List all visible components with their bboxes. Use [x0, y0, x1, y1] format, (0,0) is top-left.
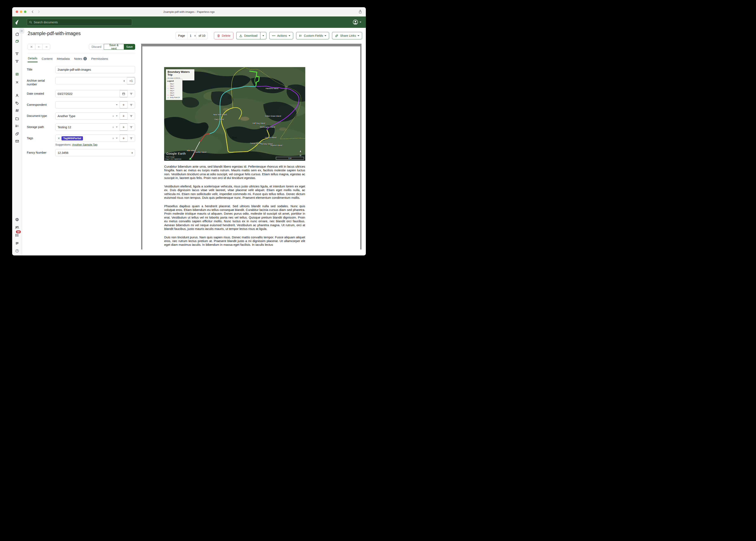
help-icon — [15, 249, 19, 253]
search-input[interactable] — [34, 21, 130, 24]
paperless-logo[interactable] — [12, 19, 22, 25]
tab-details[interactable]: Details — [28, 55, 38, 62]
save-and-next-button[interactable]: Save & next — [104, 44, 124, 50]
sidebar-item-documentation[interactable] — [12, 248, 22, 254]
page-number-field[interactable]: ▲▼ — [187, 32, 196, 39]
chevron-down-icon — [262, 35, 264, 36]
sidebar-item-storage-paths[interactable] — [12, 116, 22, 122]
user-menu-button[interactable] — [353, 19, 361, 25]
map-title-box: Boundary Waters Trip Six days in BWCA — [166, 69, 194, 80]
add-document-type-button[interactable]: + — [120, 112, 128, 120]
tasks-icon — [15, 233, 19, 237]
sidebar-item-logs[interactable] — [12, 240, 22, 247]
sidebar-item-saved-view-2[interactable] — [12, 58, 22, 64]
notes-count-badge: 1 — [83, 57, 87, 60]
map-label: Indian Grave Island — [265, 115, 281, 117]
chevron-down-icon — [116, 138, 118, 139]
tab-permissions[interactable]: Permissions — [91, 55, 108, 62]
sidebar-item-tags[interactable] — [12, 100, 22, 106]
page-number-input[interactable] — [190, 34, 194, 37]
add-correspondent-button[interactable]: + — [120, 101, 128, 109]
section-divider — [28, 53, 135, 53]
share-page-button[interactable] — [358, 10, 362, 14]
screenshot-stage: 2sample-pdf-with-images - Paperless-ngx — [0, 0, 378, 270]
fancy-number-input[interactable] — [58, 151, 131, 155]
asn-increment-button[interactable]: +1 — [127, 77, 135, 84]
filter-by-tag-button[interactable] — [127, 135, 135, 142]
sidebar-item-custom-fields[interactable] — [12, 123, 22, 129]
tab-notes[interactable]: Notes 1 — [74, 55, 87, 62]
filter-by-correspondent-button[interactable] — [127, 101, 135, 109]
sidebar-item-saved-view-1[interactable] — [12, 51, 22, 57]
details-form: Title Archive serial number ▲▼ +1 — [27, 66, 135, 160]
documents-icon — [15, 39, 19, 44]
chevron-down-icon — [325, 35, 326, 36]
sidebar-item-workflows[interactable] — [12, 131, 22, 137]
asn-field[interactable]: ▲▼ — [55, 77, 127, 84]
hash-icon — [15, 109, 19, 113]
download-button[interactable]: Download — [236, 32, 260, 39]
filter-icon — [130, 104, 133, 106]
date-created-field[interactable] — [55, 90, 120, 97]
clear-icon: × — [112, 137, 114, 140]
document-actions-bar: Page ▲▼ of 10 Delete Download — [176, 32, 362, 39]
fancy-number-stepper[interactable]: ▲▼ — [131, 152, 133, 154]
pdf-preview-pane[interactable]: Boundary Waters Trip Six days in BWCA Le… — [141, 44, 361, 250]
sidebar-collapse-button[interactable] — [19, 28, 24, 34]
title-field[interactable] — [55, 66, 135, 73]
save-button[interactable]: Save — [124, 44, 135, 50]
tags-select[interactable]: ✕ TagWithPartial × — [55, 135, 120, 142]
document-type-select[interactable]: Another Type × — [55, 112, 120, 120]
sidebar-item-documents[interactable] — [12, 38, 22, 45]
close-document-button[interactable] — [28, 44, 35, 50]
sidebar-item-mail[interactable] — [12, 138, 22, 144]
legend-item: ∴Day 3 — [167, 87, 181, 90]
sidebar-item-settings[interactable] — [12, 217, 22, 223]
close-icon — [30, 46, 33, 48]
filter-by-date-button[interactable] — [127, 90, 135, 97]
filter-icon — [130, 137, 133, 140]
home-icon — [15, 32, 19, 36]
sidebar-item-correspondents[interactable] — [12, 92, 22, 99]
sidebar-item-tasks[interactable]: 16 — [12, 232, 22, 238]
page-number-stepper[interactable]: ▲▼ — [194, 35, 196, 37]
date-created-input[interactable] — [58, 92, 118, 96]
tag-icon — [15, 101, 19, 105]
asn-input[interactable] — [58, 79, 123, 83]
tab-metadata[interactable]: Metadata — [57, 55, 70, 62]
previous-document-button[interactable] — [35, 44, 43, 50]
storage-path-select[interactable]: Testing 12 × — [55, 124, 120, 131]
share-links-button[interactable]: Share Links — [332, 32, 362, 39]
next-document-button[interactable] — [43, 44, 50, 50]
actions-menu-button[interactable]: ••• Actions — [269, 32, 293, 39]
delete-button[interactable]: Delete — [214, 32, 233, 39]
download-options-button[interactable] — [260, 32, 266, 39]
sidebar-item-document-types[interactable] — [12, 107, 22, 114]
global-search[interactable] — [27, 19, 132, 26]
correspondent-select[interactable] — [55, 101, 120, 109]
arrow-right-icon — [45, 46, 47, 48]
asn-stepper[interactable]: ▲▼ — [123, 80, 125, 82]
title-input[interactable] — [58, 68, 133, 71]
fancy-number-field[interactable]: ▲▼ — [55, 149, 135, 156]
discard-button[interactable]: Discard — [89, 44, 104, 50]
date-picker-button[interactable] — [120, 90, 128, 97]
filter-by-document-type-button[interactable] — [127, 112, 135, 120]
add-storage-path-button[interactable]: + — [120, 124, 128, 131]
leaf-icon — [14, 19, 20, 25]
remove-tag-icon[interactable]: ✕ — [58, 137, 60, 140]
custom-fields-button[interactable]: Custom Fields — [296, 32, 329, 39]
sidebar-item-close-all-documents[interactable] — [12, 79, 22, 85]
filter-by-storage-path-button[interactable] — [127, 124, 135, 131]
sidebar-item-users-groups[interactable] — [12, 224, 22, 231]
suggested-tag-link[interactable]: Another Sample Tag — [72, 143, 97, 146]
add-tag-button[interactable]: + — [120, 135, 128, 142]
chevron-down-icon — [116, 116, 118, 117]
clear-icon: × — [112, 114, 114, 118]
legend-item: ∴Day 5 — [167, 92, 181, 94]
sidebar-item-open-document[interactable] — [12, 71, 22, 77]
legend-item: ∴Day 2 — [167, 85, 181, 87]
map-copyright-2: Image © 2017 DigitalGlobe — [165, 158, 181, 160]
tab-content[interactable]: Content — [41, 55, 53, 62]
trash-icon — [217, 34, 220, 38]
